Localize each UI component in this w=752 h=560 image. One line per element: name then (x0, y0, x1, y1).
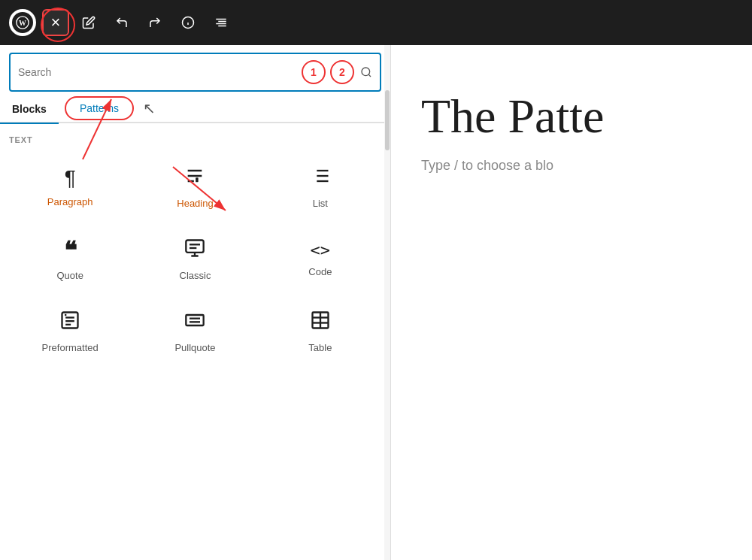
section-label-text: TEXT (9, 123, 381, 150)
block-label-list: List (313, 198, 328, 209)
right-panel: The Patte Type / to choose a blo (391, 45, 752, 560)
block-label-preformatted: Preformatted (42, 342, 99, 353)
annotation-2: 2 (330, 60, 354, 84)
block-grid: ¶ Paragraph Heading (9, 150, 381, 364)
block-grid-container: TEXT ¶ Paragraph Heading (0, 123, 390, 560)
block-item-heading[interactable]: Heading (134, 150, 256, 219)
svg-point-2 (41, 8, 74, 41)
svg-point-13 (362, 68, 370, 76)
search-area: 1 2 (0, 45, 390, 92)
quote-icon: ❝ (64, 238, 77, 262)
preformatted-icon (59, 310, 80, 334)
scrollbar-track[interactable] (384, 45, 390, 560)
redo-button[interactable] (141, 9, 168, 36)
svg-line-14 (368, 74, 371, 77)
block-label-classic: Classic (180, 270, 211, 281)
close-button[interactable] (42, 9, 69, 36)
tab-blocks[interactable]: Blocks (0, 95, 59, 124)
edit-button[interactable] (75, 9, 102, 36)
block-label-code: Code (308, 266, 332, 277)
wp-logo: W (9, 9, 36, 36)
tab-patterns[interactable]: Patterns (65, 96, 134, 120)
paragraph-icon: ¶ (65, 168, 76, 189)
search-annotations: 1 2 (302, 59, 354, 86)
block-item-paragraph[interactable]: ¶ Paragraph (9, 150, 131, 219)
svg-text:W: W (19, 19, 26, 27)
cursor: ↖ (143, 99, 156, 117)
code-icon: <> (311, 242, 331, 259)
block-item-pullquote[interactable]: Pullquote (134, 295, 256, 364)
top-toolbar: W (0, 0, 752, 45)
heading-icon (184, 165, 205, 190)
left-panel: 1 2 Blocks Patterns ↖ TEXT (0, 45, 391, 560)
block-item-table[interactable]: Table (259, 295, 381, 364)
search-box[interactable]: 1 2 (9, 53, 381, 92)
tabs-row: Blocks Patterns ↖ (0, 93, 390, 123)
block-label-quote: Quote (56, 270, 83, 281)
search-button[interactable] (360, 66, 372, 78)
undo-button[interactable] (108, 9, 135, 36)
block-label-heading: Heading (177, 198, 213, 209)
search-input[interactable] (18, 66, 296, 78)
pullquote-icon (184, 310, 205, 334)
block-item-preformatted[interactable]: Preformatted (9, 295, 131, 364)
scrollbar-thumb[interactable] (385, 90, 390, 150)
list-view-button[interactable] (208, 9, 235, 36)
info-button[interactable] (174, 9, 202, 36)
block-label-pullquote: Pullquote (174, 342, 215, 353)
block-item-classic[interactable]: Classic (134, 222, 256, 292)
editor-title: The Patte (421, 90, 722, 143)
main-content: 1 2 Blocks Patterns ↖ TEXT (0, 45, 752, 560)
list-icon (310, 165, 331, 190)
block-item-list[interactable]: List (259, 150, 381, 219)
svg-rect-30 (186, 315, 204, 325)
block-item-quote[interactable]: ❝ Quote (9, 222, 131, 292)
block-label-paragraph: Paragraph (47, 196, 93, 207)
svg-rect-22 (186, 241, 204, 253)
wp-logo-icon: W (12, 12, 33, 33)
classic-icon (184, 238, 205, 262)
annotation-1: 1 (302, 60, 326, 84)
editor-subtitle: Type / to choose a blo (421, 158, 722, 174)
table-icon (310, 310, 331, 334)
block-item-code[interactable]: <> Code (259, 222, 381, 292)
block-label-table: Table (308, 342, 332, 353)
svg-rect-15 (196, 177, 199, 182)
